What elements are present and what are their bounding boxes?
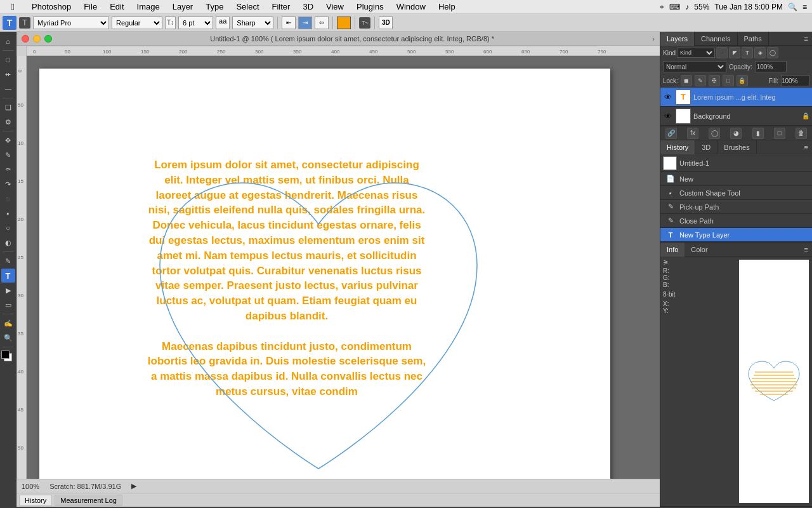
crop-tool[interactable]: ❏ — [1, 100, 15, 114]
menu-file[interactable]: File — [77, 0, 103, 14]
menu-view[interactable]: View — [320, 0, 350, 14]
panel-menu-icon[interactable]: ≡ — [801, 32, 812, 45]
status-expand-icon[interactable]: ▶ — [131, 482, 136, 490]
align-right-button[interactable]: ⇦ — [315, 17, 329, 29]
font-style-select[interactable]: Regular — [112, 17, 162, 29]
3d-icon[interactable]: 3D — [379, 17, 393, 29]
history-item-new-type-layer[interactable]: T New Type Layer — [660, 228, 812, 242]
search-icon[interactable]: 🔍 — [788, 3, 797, 11]
antialiasing-select[interactable]: Sharp — [232, 17, 273, 29]
menu-photoshop[interactable]: Photoshop — [25, 0, 77, 14]
fill-input[interactable] — [781, 75, 809, 86]
lock-artboards-icon[interactable]: □ — [723, 75, 734, 86]
close-button[interactable] — [22, 35, 29, 43]
tab-brushes[interactable]: Brushes — [717, 140, 756, 154]
filter-adjust-icon[interactable]: ◤ — [729, 47, 740, 58]
tab-layers[interactable]: Layers — [660, 32, 695, 46]
layer-item-text[interactable]: 👁 T Lorem ipsum ...g elit. Integ — [660, 88, 812, 107]
filter-type-icon[interactable]: T — [742, 47, 753, 58]
menu-plugins[interactable]: Plugins — [350, 0, 390, 14]
lasso-tool[interactable]: ⇷ — [1, 67, 15, 81]
tab-paths[interactable]: Paths — [738, 32, 769, 46]
shape-tool[interactable]: ▭ — [1, 298, 15, 312]
new-group-icon[interactable]: ▮ — [752, 128, 764, 139]
tab-history-panel[interactable]: History — [660, 140, 695, 154]
tab-history[interactable]: History — [19, 495, 52, 506]
minimize-button[interactable] — [33, 35, 41, 43]
quick-select-tool[interactable]: ⸻ — [1, 82, 15, 96]
layer-item-background[interactable]: 👁 Background 🔒 — [660, 107, 812, 126]
font-size-select[interactable]: 6 pt — [178, 17, 213, 29]
align-left-button[interactable]: ⇤ — [282, 17, 296, 29]
control-center-icon[interactable]: ≡ — [802, 3, 807, 11]
history-brush-tool[interactable]: ↷ — [1, 177, 15, 191]
menu-select[interactable]: Select — [230, 0, 265, 14]
add-mask-icon[interactable]: ◯ — [709, 128, 720, 139]
tab-measurement-log[interactable]: Measurement Log — [55, 495, 122, 506]
menu-type[interactable]: Type — [199, 0, 230, 14]
color-swatches[interactable] — [1, 351, 15, 364]
menu-3d[interactable]: 3D — [296, 0, 320, 14]
fill-label: Fill: — [768, 77, 778, 84]
panel-expand-icon[interactable]: › — [652, 35, 655, 43]
layer-visibility-icon[interactable]: 👁 — [663, 111, 673, 121]
info-panel-menu-icon[interactable]: ≡ — [801, 243, 812, 256]
eraser-tool[interactable]: ◾ — [1, 192, 15, 206]
pen-tool[interactable]: ✎ — [1, 254, 15, 268]
opacity-input[interactable] — [755, 61, 787, 72]
font-family-select[interactable]: Myriad Pro — [33, 17, 109, 29]
blur-tool[interactable]: ○ — [1, 221, 15, 235]
history-panel-menu-icon[interactable]: ≡ — [801, 140, 812, 154]
tab-3d[interactable]: 3D — [695, 140, 717, 154]
brush-tool[interactable]: ✎ — [1, 148, 15, 162]
menu-layer[interactable]: Layer — [166, 0, 200, 14]
filter-pixel-icon[interactable]: ◾ — [716, 47, 728, 58]
zoom-tool[interactable]: 🔍 — [1, 331, 15, 345]
eyedropper-tool[interactable]: ⚙ — [1, 115, 15, 129]
apple-logo[interactable]:  — [0, 1, 25, 12]
path-selection-tool[interactable]: ▶ — [1, 283, 15, 297]
history-item-custom-shape[interactable]: ▪ Custom Shape Tool — [660, 186, 812, 200]
menu-edit[interactable]: Edit — [103, 0, 130, 14]
canvas-scroll[interactable]: Lorem ipsum dolor sit amet, consectetur … — [27, 56, 660, 479]
filter-smart-icon[interactable]: ◯ — [767, 47, 778, 58]
link-layers-icon[interactable]: 🔗 — [665, 128, 677, 139]
filter-shape-icon[interactable]: ◈ — [754, 47, 766, 58]
delete-layer-icon[interactable]: 🗑 — [796, 128, 807, 139]
layer-visibility-icon[interactable]: 👁 — [663, 92, 673, 102]
clone-stamp-tool[interactable]: ⚰ — [1, 163, 15, 177]
gradient-tool[interactable]: ▪ — [1, 206, 15, 220]
history-item-pickup-path[interactable]: ✎ Pick-up Path — [660, 200, 812, 214]
menu-window[interactable]: Window — [390, 0, 432, 14]
lock-position-icon[interactable]: ✠ — [709, 75, 720, 86]
dodge-tool[interactable]: ◐ — [1, 236, 15, 250]
history-item-close-path[interactable]: ✎ Close Path — [660, 214, 812, 228]
align-center-button[interactable]: ⇥ — [298, 17, 312, 29]
marquee-tool[interactable]: □ — [1, 53, 15, 67]
menu-filter[interactable]: Filter — [266, 0, 297, 14]
add-style-icon[interactable]: fx — [687, 128, 698, 139]
kind-select[interactable]: Kind — [677, 48, 715, 58]
tab-info[interactable]: Info — [660, 243, 684, 257]
maximize-button[interactable] — [44, 35, 52, 43]
lock-all-icon[interactable]: 🔒 — [737, 75, 748, 86]
hand-tool[interactable]: ✍ — [1, 316, 15, 330]
aa-button[interactable]: aa — [216, 17, 230, 29]
new-adjustment-icon[interactable]: ◕ — [730, 128, 742, 139]
warp-text-button[interactable]: T~ — [359, 17, 370, 29]
text-color-swatch[interactable] — [337, 17, 351, 29]
type-orientation-icon[interactable]: T — [19, 17, 30, 29]
menu-image[interactable]: Image — [131, 0, 166, 14]
menu-help[interactable]: Help — [432, 0, 462, 14]
history-item-new[interactable]: 📄 New — [660, 172, 812, 186]
tab-color[interactable]: Color — [684, 243, 714, 257]
lock-transparency-icon[interactable]: ◼ — [681, 75, 692, 86]
new-layer-icon[interactable]: □ — [774, 128, 785, 139]
type-tool[interactable]: T — [1, 269, 15, 283]
spot-healing-tool[interactable]: ✥ — [1, 133, 15, 147]
blend-mode-select[interactable]: Normal — [663, 61, 726, 72]
lock-image-icon[interactable]: ✎ — [695, 75, 706, 86]
tab-channels[interactable]: Channels — [695, 32, 737, 46]
type-tool-icon[interactable]: T — [3, 16, 16, 30]
move-tool[interactable]: ⌂ — [1, 34, 15, 48]
